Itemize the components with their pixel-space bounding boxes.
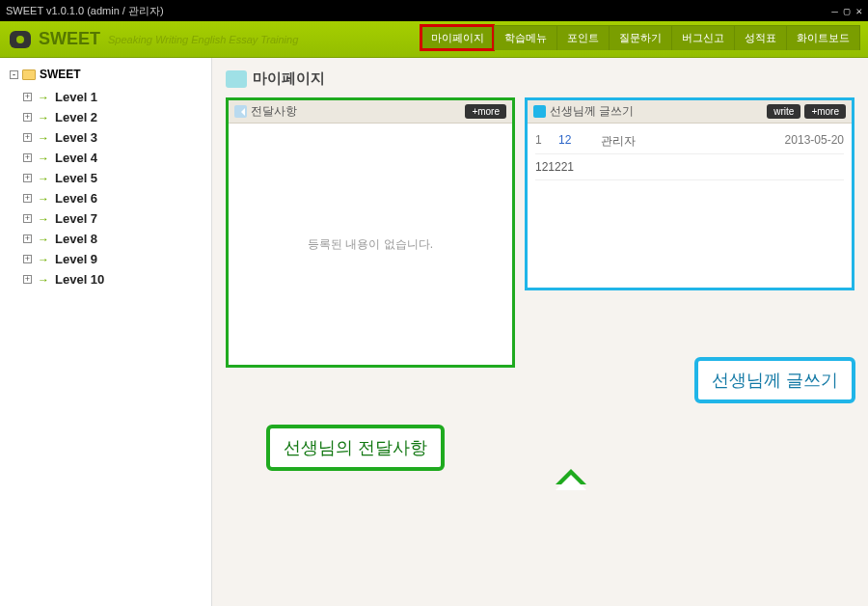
logo-icon bbox=[10, 31, 31, 48]
expand-icon[interactable]: + bbox=[23, 214, 32, 223]
callout-pointer-icon bbox=[556, 459, 586, 490]
expand-icon[interactable]: + bbox=[23, 113, 32, 122]
tree-item-label: Level 6 bbox=[55, 191, 97, 206]
tree-item-level-8[interactable]: +→Level 8 bbox=[10, 229, 202, 249]
arrow-icon: → bbox=[38, 253, 49, 266]
notice-panel-header: 전달사항 +more bbox=[229, 100, 512, 124]
top-nav: 마이페이지 학습메뉴 포인트 질문하기 버그신고 성적표 화이트보드 bbox=[420, 25, 860, 50]
collapse-icon[interactable]: - bbox=[10, 70, 18, 79]
brand-title: SWEET bbox=[39, 29, 100, 49]
arrow-icon: → bbox=[38, 91, 49, 104]
expand-icon[interactable]: + bbox=[23, 153, 32, 162]
tree-item-level-7[interactable]: +→Level 7 bbox=[10, 208, 202, 229]
page-icon bbox=[226, 70, 247, 88]
tree-item-label: Level 4 bbox=[55, 151, 97, 165]
notice-panel-body: 등록된 내용이 없습니다. bbox=[229, 124, 512, 365]
post-row-title[interactable]: 12 bbox=[558, 133, 587, 150]
expand-icon[interactable]: + bbox=[23, 275, 32, 284]
tree-item-label: Level 5 bbox=[55, 171, 97, 185]
notice-panel: 전달사항 +more 등록된 내용이 없습니다. bbox=[226, 97, 515, 368]
post-row-author: 관리자 bbox=[601, 133, 659, 150]
tree-item-level-3[interactable]: +→Level 3 bbox=[10, 127, 202, 148]
window-title-bar: SWEET v1.0.1.0 (admin / 관리자) — ▢ ✕ bbox=[0, 0, 868, 21]
nav-tab-white[interactable]: 화이트보드 bbox=[786, 25, 860, 50]
arrow-icon: → bbox=[38, 212, 49, 226]
content-area: 마이페이지 전달사항 +more 등록된 내용이 없습니다. bbox=[212, 58, 868, 606]
arrow-icon: → bbox=[38, 111, 49, 124]
write-panel-header: 선생님께 글쓰기 write +more bbox=[528, 100, 852, 124]
tree-item-label: Level 9 bbox=[55, 252, 97, 266]
callout-teacher-notice: 선생님의 전달사항 bbox=[266, 425, 445, 471]
folder-icon bbox=[22, 69, 36, 80]
close-button[interactable]: ✕ bbox=[855, 5, 862, 17]
tree-item-level-5[interactable]: +→Level 5 bbox=[10, 168, 202, 188]
tree-item-level-4[interactable]: +→Level 4 bbox=[10, 148, 202, 168]
post-row-date: 2013-05-20 bbox=[785, 133, 844, 150]
nav-tab-point[interactable]: 포인트 bbox=[556, 25, 609, 50]
arrow-icon: → bbox=[38, 172, 49, 185]
notice-empty-text: 등록된 내용이 없습니다. bbox=[308, 236, 433, 253]
minimize-button[interactable]: — bbox=[831, 5, 838, 17]
arrow-icon: → bbox=[38, 131, 49, 145]
brand-subtitle: Speaking Writing English Essay Training bbox=[108, 34, 298, 45]
tree-item-label: Level 3 bbox=[55, 130, 97, 145]
tree-item-level-1[interactable]: +→Level 1 bbox=[10, 87, 202, 107]
brand-bar: SWEET Speaking Writing English Essay Tra… bbox=[0, 21, 868, 58]
write-panel-title: 선생님께 글쓰기 bbox=[550, 103, 634, 120]
notice-panel-title: 전달사항 bbox=[251, 103, 297, 120]
tree-item-level-2[interactable]: +→Level 2 bbox=[10, 107, 202, 127]
nav-tab-bug[interactable]: 버그신고 bbox=[671, 25, 734, 50]
sidebar: - SWEET +→Level 1 +→Level 2 +→Level 3 +→… bbox=[0, 58, 212, 606]
page-header: 마이페이지 bbox=[226, 69, 854, 88]
tree-root-label: SWEET bbox=[40, 68, 81, 81]
tree-item-level-10[interactable]: +→Level 10 bbox=[10, 269, 202, 289]
window-title: SWEET v1.0.1.0 (admin / 관리자) bbox=[6, 4, 164, 18]
tree-item-level-6[interactable]: +→Level 6 bbox=[10, 188, 202, 208]
write-more-button[interactable]: +more bbox=[804, 104, 846, 119]
nav-tab-mypage[interactable]: 마이페이지 bbox=[420, 25, 494, 50]
maximize-button[interactable]: ▢ bbox=[844, 5, 851, 17]
expand-icon[interactable]: + bbox=[23, 133, 32, 142]
nav-tab-qna[interactable]: 질문하기 bbox=[609, 25, 671, 50]
tree-root[interactable]: - SWEET bbox=[10, 68, 202, 81]
tree-item-label: Level 2 bbox=[55, 110, 97, 124]
write-panel: 선생님께 글쓰기 write +more 1 12 관리자 2013-05-20 bbox=[525, 97, 854, 290]
post-row[interactable]: 1 12 관리자 2013-05-20 bbox=[535, 129, 844, 154]
tree-item-label: Level 1 bbox=[55, 90, 97, 104]
notice-more-button[interactable]: +more bbox=[465, 104, 506, 119]
expand-icon[interactable]: + bbox=[23, 174, 32, 182]
callout-teacher-write: 선생님께 글쓰기 bbox=[694, 357, 855, 403]
arrow-icon: → bbox=[38, 192, 49, 206]
expand-icon[interactable]: + bbox=[23, 255, 32, 263]
expand-icon[interactable]: + bbox=[23, 194, 32, 203]
tree-item-label: Level 7 bbox=[55, 211, 97, 226]
panel-header-icon bbox=[533, 105, 546, 118]
expand-icon[interactable]: + bbox=[23, 93, 32, 101]
nav-tab-report[interactable]: 성적표 bbox=[734, 25, 786, 50]
write-button[interactable]: write bbox=[767, 104, 800, 119]
arrow-icon: → bbox=[38, 273, 49, 287]
nav-tab-study[interactable]: 학습메뉴 bbox=[494, 25, 556, 50]
post-row-num: 1 bbox=[535, 133, 545, 150]
page-title: 마이페이지 bbox=[253, 69, 325, 88]
post-time-row: 121221 bbox=[535, 154, 844, 180]
post-time: 121221 bbox=[535, 160, 574, 174]
write-panel-body: 1 12 관리자 2013-05-20 121221 bbox=[528, 124, 852, 186]
arrow-icon: → bbox=[38, 152, 49, 165]
arrow-icon: → bbox=[38, 233, 49, 246]
tree-item-label: Level 10 bbox=[55, 272, 104, 287]
tree-item-label: Level 8 bbox=[55, 232, 97, 246]
panel-header-icon bbox=[234, 105, 247, 118]
tree-item-level-9[interactable]: +→Level 9 bbox=[10, 249, 202, 269]
expand-icon[interactable]: + bbox=[23, 234, 32, 243]
window-controls: — ▢ ✕ bbox=[831, 5, 862, 17]
